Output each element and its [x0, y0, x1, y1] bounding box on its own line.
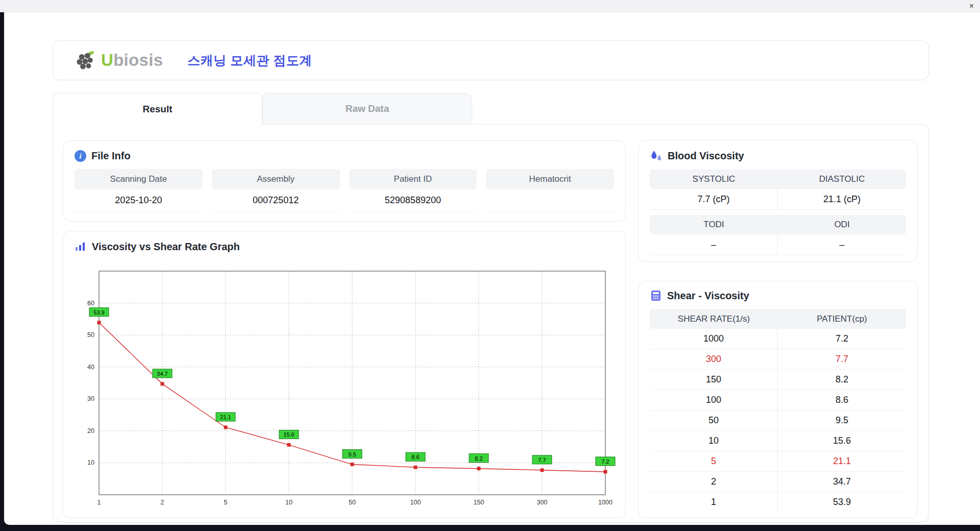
- odi-value: –: [778, 234, 906, 255]
- table-row: 100 8.6: [650, 390, 906, 411]
- graph-card: Viscosity vs Shear Rate Graph 1020304050…: [63, 231, 626, 518]
- shear-rate-cell: 2: [650, 472, 778, 492]
- todi-value: –: [650, 234, 778, 255]
- svg-text:10: 10: [285, 499, 292, 506]
- systolic-value: 7.7 (cP): [650, 189, 778, 209]
- svg-text:8.6: 8.6: [411, 454, 419, 460]
- svg-text:50: 50: [349, 499, 356, 506]
- file-info-fields: Scanning Date 2025-10-20 Assembly 000725…: [75, 169, 614, 212]
- bar-chart-icon: [75, 240, 87, 253]
- patient-cell: 7.7: [778, 349, 906, 369]
- blood-viscosity-header: Blood Viscosity: [650, 150, 906, 162]
- file-info-title: File Info: [91, 150, 131, 162]
- hematocrit-label: Hematocrit: [486, 169, 614, 189]
- assembly-label: Assembly: [212, 169, 340, 189]
- droplets-icon: [650, 150, 663, 162]
- header-card: Ubiosis 스캐닝 모세관 점도계: [53, 40, 929, 80]
- calculator-icon: [650, 289, 662, 302]
- bv-value-row-2: – –: [650, 234, 906, 255]
- svg-text:50: 50: [87, 331, 94, 339]
- page-title: 스캐닝 모세관 점도계: [187, 52, 312, 69]
- hematocrit-field: Hematocrit: [486, 169, 614, 212]
- main-card: i File Info Scanning Date 2025-10-20 Ass…: [53, 124, 929, 522]
- shear-rate-cell: 100: [650, 390, 778, 410]
- table-row: 50 9.5: [650, 411, 906, 431]
- svg-text:7.2: 7.2: [601, 458, 609, 465]
- shear-rate-cell: 150: [650, 370, 778, 390]
- shear-rate-cell: 1000: [650, 329, 778, 349]
- svg-text:100: 100: [410, 499, 421, 506]
- shear-rate-cell: 1: [650, 492, 778, 512]
- graph-header: Viscosity vs Shear Rate Graph: [75, 240, 614, 253]
- table-row: 10 15.6: [650, 431, 906, 451]
- table-row: 2 34.7: [650, 472, 906, 492]
- app-frame: × Ubiosis 스캐닝 모세관 점도계 Result Raw Data: [0, 0, 980, 531]
- patient-cell: 8.6: [778, 390, 906, 410]
- scanning-date-value: 2025-10-20: [75, 189, 203, 212]
- hematocrit-value: [486, 189, 614, 212]
- patient-cell: 15.6: [778, 431, 906, 451]
- patient-cell: 8.2: [778, 370, 906, 390]
- blood-viscosity-card: Blood Viscosity SYSTOLIC DIASTOLIC 7.7 (…: [638, 140, 918, 262]
- file-info-card: i File Info Scanning Date 2025-10-20 Ass…: [63, 140, 626, 222]
- grape-logo-icon: [75, 49, 97, 71]
- titlebar: ×: [0, 0, 980, 12]
- table-row: 5 21.1: [650, 451, 906, 472]
- svg-text:150: 150: [474, 499, 484, 506]
- bv-header-row-1: SYSTOLIC DIASTOLIC: [650, 170, 906, 189]
- todi-label: TODI: [650, 215, 778, 234]
- svg-text:53.9: 53.9: [93, 309, 104, 316]
- scanning-date-label: Scanning Date: [75, 169, 203, 189]
- shear-rate-cell: 10: [650, 431, 778, 451]
- assembly-value: 000725012: [212, 189, 340, 212]
- close-icon[interactable]: ×: [969, 1, 974, 12]
- diastolic-label: DIASTOLIC: [778, 170, 906, 189]
- file-info-header: i File Info: [75, 150, 614, 162]
- bv-value-row-1: 7.7 (cP) 21.1 (cP): [650, 189, 906, 210]
- patient-id-field: Patient ID 52908589200: [349, 169, 477, 212]
- svg-text:300: 300: [537, 499, 548, 506]
- tab-raw-data[interactable]: Raw Data: [262, 93, 472, 125]
- viscosity-chart: 1020304050601251050100150300100053.934.7…: [63, 260, 626, 515]
- svg-text:1000: 1000: [598, 499, 612, 506]
- svg-text:40: 40: [87, 364, 94, 371]
- assembly-field: Assembly 000725012: [212, 169, 340, 212]
- blood-viscosity-title: Blood Viscosity: [668, 150, 744, 162]
- shear-viscosity-card: Shear - Viscosity SHEAR RATE(1/s) PATIEN…: [638, 281, 918, 518]
- ubiosis-logo: Ubiosis: [75, 49, 163, 71]
- patient-cell: 7.2: [778, 329, 906, 349]
- svg-text:9.5: 9.5: [348, 451, 356, 457]
- tab-result[interactable]: Result: [53, 93, 262, 125]
- diastolic-value: 21.1 (cP): [778, 189, 906, 209]
- shear-rate-cell: 5: [650, 451, 778, 471]
- patient-cell: 9.5: [778, 411, 906, 430]
- logo-text-rest: biosis: [113, 51, 163, 69]
- patient-column-header: PATIENT(cp): [778, 309, 906, 329]
- logo-text-u: U: [101, 51, 113, 69]
- svg-text:20: 20: [87, 427, 94, 435]
- svg-text:34.7: 34.7: [157, 371, 167, 377]
- shear-table-body: 1000 7.2 300 7.7 150 8.2 100: [650, 329, 906, 512]
- info-icon: i: [75, 150, 86, 162]
- shear-rate-column-header: SHEAR RATE(1/s): [650, 309, 778, 329]
- odi-label: ODI: [778, 215, 906, 234]
- svg-text:60: 60: [87, 300, 94, 307]
- svg-text:7.7: 7.7: [538, 457, 546, 463]
- logo-text: Ubiosis: [101, 51, 163, 70]
- table-row: 1 53.9: [650, 492, 906, 512]
- patient-cell: 53.9: [778, 492, 906, 512]
- bv-header-row-2: TODI ODI: [650, 215, 906, 234]
- svg-text:21.1: 21.1: [220, 414, 231, 420]
- shear-viscosity-header: Shear - Viscosity: [650, 289, 906, 302]
- table-row: 150 8.2: [650, 370, 906, 390]
- patient-cell: 34.7: [778, 472, 906, 492]
- app-window: Ubiosis 스캐닝 모세관 점도계 Result Raw Data i Fi…: [4, 12, 980, 525]
- graph-title: Viscosity vs Shear Rate Graph: [92, 241, 240, 253]
- shear-table-header: SHEAR RATE(1/s) PATIENT(cp): [650, 309, 906, 329]
- svg-text:30: 30: [87, 395, 94, 402]
- shear-viscosity-title: Shear - Viscosity: [667, 290, 749, 302]
- patient-id-label: Patient ID: [349, 169, 477, 189]
- patient-id-value: 52908589200: [349, 189, 477, 212]
- scanning-date-field: Scanning Date 2025-10-20: [75, 169, 203, 212]
- svg-text:5: 5: [224, 499, 228, 506]
